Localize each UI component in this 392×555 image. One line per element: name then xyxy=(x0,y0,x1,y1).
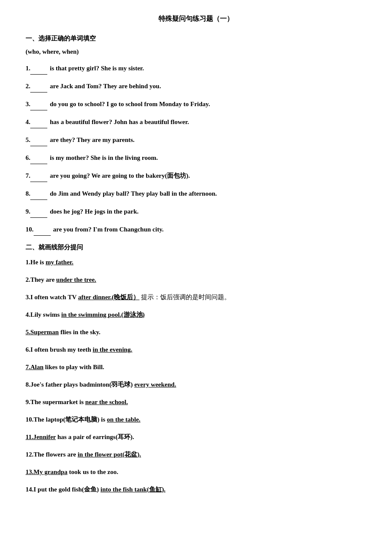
question-text: is that pretty girl? She is my sister. xyxy=(48,65,144,72)
underlined-text: in the evening. xyxy=(93,346,133,353)
question-text: are Jack and Tom? They are behind you. xyxy=(48,83,161,90)
question-text: do you go to school? I go to school from… xyxy=(48,101,210,107)
section2-question-12: 12.The flowers are in the flower pot(花盆)… xyxy=(26,449,366,460)
question-prefix: The laptop(笔记本电脑) is xyxy=(34,416,107,423)
section1-question-9: 9. does he jog? He jogs in the park. xyxy=(26,206,366,218)
question-text: are you going? We are going to the baker… xyxy=(48,172,190,179)
question-prefix: I often watch TV xyxy=(30,294,78,301)
question-text: is my mother? She is in the living room. xyxy=(48,154,158,161)
section2-question-1: 1.He is my father. xyxy=(26,257,366,268)
answer-blank[interactable] xyxy=(30,81,47,92)
section2-question-6: 6.I often brush my teeth in the evening. xyxy=(26,344,366,356)
section1-question-6: 6. is my mother? She is in the living ro… xyxy=(26,152,366,164)
question-suffix: flies in the sky. xyxy=(59,329,101,335)
question-number: 4. xyxy=(26,311,30,318)
section1-title: 一、选择正确的单词填空 xyxy=(26,33,366,44)
section1-questions: 1. is that pretty girl? She is my sister… xyxy=(26,63,366,236)
question-text: does he jog? He jogs in the park. xyxy=(48,208,138,215)
underlined-text: in the swimming pool.(游泳池) xyxy=(61,311,145,318)
question-number: 1. xyxy=(26,65,30,72)
section2-question-13: 13.My grandpa took us to the zoo. xyxy=(26,466,366,478)
section2-title: 二、就画线部分提问 xyxy=(26,242,366,253)
question-prefix: The flowers are xyxy=(34,451,78,458)
underlined-text: on the table. xyxy=(107,416,141,423)
question-number: 9. xyxy=(26,399,30,405)
question-number: 14. xyxy=(26,486,34,493)
question-number: 1. xyxy=(26,259,30,266)
question-hint-normal: 提示：饭后强调的是时间问题。 xyxy=(139,294,231,301)
question-suffix: took us to the zoo. xyxy=(67,468,118,475)
section2-question-7: 7.Alan likes to play with Bill. xyxy=(26,361,366,373)
question-suffix: likes to play with Bill. xyxy=(43,364,104,370)
section2-question-2: 2.They are under the tree. xyxy=(26,274,366,286)
question-prefix: He is xyxy=(30,259,46,266)
section1-question-1: 1. is that pretty girl? She is my sister… xyxy=(26,63,366,75)
section2-questions: 1.He is my father.2.They are under the t… xyxy=(26,257,366,495)
answer-blank[interactable] xyxy=(30,152,47,164)
underlined-text: my father. xyxy=(46,259,73,266)
question-number: 7. xyxy=(26,172,30,179)
question-number: 3. xyxy=(26,101,30,107)
section1-question-5: 5. are they? They are my parents. xyxy=(26,134,366,146)
question-number: 3. xyxy=(26,294,30,301)
question-number: 6. xyxy=(26,346,30,353)
section1: 一、选择正确的单词填空 (who, where, when) 1. is tha… xyxy=(26,33,366,236)
section2-question-14: 14.I put the gold fish(金鱼) into the fish… xyxy=(26,484,366,495)
section1-question-2: 2. are Jack and Tom? They are behind you… xyxy=(26,81,366,92)
question-prefix: I often brush my teeth xyxy=(30,346,92,353)
question-number: 2. xyxy=(26,276,30,283)
underlined-text: after dinner.(晚饭后） xyxy=(78,294,139,301)
question-prefix: I put the gold fish(金鱼) xyxy=(34,486,101,493)
question-suffix: 提示：饭后强调的是时间问题。 xyxy=(139,294,231,301)
answer-blank[interactable] xyxy=(34,224,51,236)
underlined-text: every weekend. xyxy=(134,381,176,388)
question-number: 2. xyxy=(26,83,30,90)
underlined-text: 7.Alan xyxy=(26,364,43,370)
page-title: 特殊疑问句练习题（一） xyxy=(26,13,366,25)
underlined-text: 5.Superman xyxy=(26,329,59,335)
section2-question-5: 5.Superman flies in the sky. xyxy=(26,327,366,338)
underlined-text: under the tree. xyxy=(56,276,96,283)
section1-question-4: 4. has a beautiful flower? John has a be… xyxy=(26,116,366,128)
question-prefix: The supermarket is xyxy=(30,399,85,405)
underlined-text: 11.Jennifer xyxy=(26,434,56,440)
section1-question-7: 7. are you going? We are going to the ba… xyxy=(26,170,366,182)
section1-question-10: 10. are you from? I'm from Changchun cit… xyxy=(26,224,366,236)
answer-blank[interactable] xyxy=(30,188,47,200)
question-number: 5. xyxy=(26,136,30,143)
question-prefix: Lily swims xyxy=(30,311,61,318)
question-number: 6. xyxy=(26,154,30,161)
underlined-text: 13.My grandpa xyxy=(26,468,67,475)
section2-question-3: 3.I often watch TV after dinner.(晚饭后） 提示… xyxy=(26,292,366,303)
section1-question-8: 8. do Jim and Wendy play ball? They play… xyxy=(26,188,366,200)
question-number: 8. xyxy=(26,190,30,197)
section2: 二、就画线部分提问 1.He is my father.2.They are u… xyxy=(26,242,366,495)
section2-question-10: 10.The laptop(笔记本电脑) is on the table. xyxy=(26,414,366,425)
answer-blank[interactable] xyxy=(30,63,47,75)
question-text: do Jim and Wendy play ball? They play ba… xyxy=(48,190,217,197)
question-text: has a beautiful flower? John has a beaut… xyxy=(48,119,189,125)
section1-question-3: 3. do you go to school? I go to school f… xyxy=(26,98,366,110)
question-number: 9. xyxy=(26,208,30,215)
underlined-text: into the fish tank(鱼缸). xyxy=(101,486,166,493)
question-number: 12. xyxy=(26,451,34,458)
answer-blank[interactable] xyxy=(30,206,47,218)
question-number: 8. xyxy=(26,381,30,388)
question-number: 4. xyxy=(26,119,30,125)
section2-question-11: 11.Jennifer has a pair of earrings(耳环). xyxy=(26,431,366,443)
question-text: are you from? I'm from Changchun city. xyxy=(52,226,164,233)
section2-question-8: 8.Joe's father plays badminton(羽毛球) ever… xyxy=(26,379,366,390)
answer-blank[interactable] xyxy=(30,98,47,110)
underlined-text: near the school. xyxy=(85,399,128,405)
answer-blank[interactable] xyxy=(30,116,47,128)
question-suffix: has a pair of earrings(耳环). xyxy=(56,434,134,440)
answer-blank[interactable] xyxy=(30,134,47,146)
question-number: 10. xyxy=(26,416,34,423)
answer-blank[interactable] xyxy=(30,170,47,182)
question-prefix: They are xyxy=(30,276,56,283)
section2-question-4: 4.Lily swims in the swimming pool.(游泳池) xyxy=(26,309,366,321)
section1-hint: (who, where, when) xyxy=(26,46,366,58)
underlined-text: in the flower pot(花盆). xyxy=(78,451,141,458)
section2-question-9: 9.The supermarket is near the school. xyxy=(26,396,366,408)
question-number: 10. xyxy=(26,226,34,233)
